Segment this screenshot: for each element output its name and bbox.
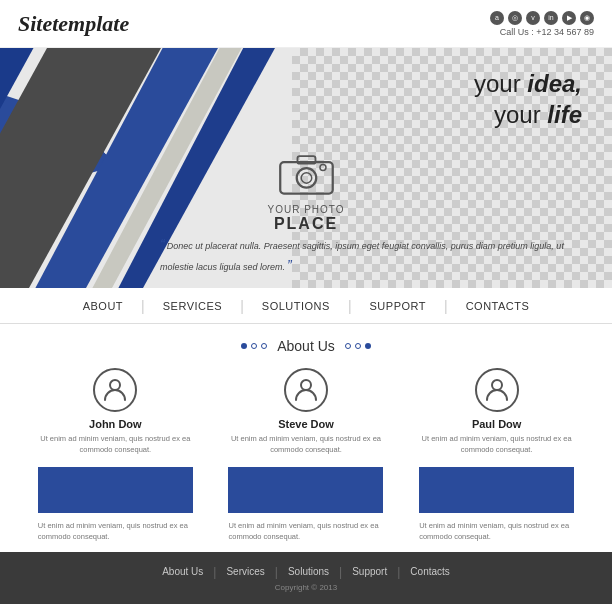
hero-idea: idea,	[527, 70, 582, 97]
person-icon-john	[93, 368, 137, 412]
blue-box-3[interactable]	[419, 467, 574, 513]
dots-right	[345, 343, 371, 349]
header: Sitetemplate a ◎ v in ▶ ◉ Call Us : +12 …	[0, 0, 612, 48]
dot-3	[261, 343, 267, 349]
person-svg-john	[101, 376, 129, 404]
person-icon-paul	[475, 368, 519, 412]
svg-point-2	[301, 173, 312, 184]
team-member-john: John Dow Ut enim ad minim veniam, quis n…	[35, 368, 195, 455]
svg-point-4	[319, 164, 325, 170]
nav-item-services[interactable]: SERVICES	[145, 300, 240, 312]
camera-icon	[276, 148, 336, 198]
hero-section: your idea, your life YOUR PHOTO PLACE Do…	[0, 48, 612, 288]
member-desc-steve: Ut enim ad minim veniam, quis nostrud ex…	[226, 434, 386, 455]
blue-box-2[interactable]	[228, 467, 383, 513]
social-icons: a ◎ v in ▶ ◉	[490, 11, 594, 25]
photo-place: PLACE	[267, 215, 344, 233]
box-desc-1: Ut enim ad minim veniam, quis nostrud ex…	[38, 521, 193, 542]
member-desc-john: Ut enim ad minim veniam, quis nostrud ex…	[35, 434, 195, 455]
social-icon-5[interactable]: ▶	[562, 11, 576, 25]
team-member-steve: Steve Dow Ut enim ad minim veniam, quis …	[226, 368, 386, 455]
box-descriptions: Ut enim ad minim veniam, quis nostrud ex…	[20, 521, 592, 542]
footer-nav-solutions[interactable]: Solutions	[278, 566, 339, 577]
social-icon-4[interactable]: in	[544, 11, 558, 25]
person-svg-paul	[483, 376, 511, 404]
member-desc-paul: Ut enim ad minim veniam, quis nostrud ex…	[417, 434, 577, 455]
social-icon-1[interactable]: a	[490, 11, 504, 25]
logo: Sitetemplate	[18, 11, 129, 37]
camera-area: YOUR PHOTO PLACE	[267, 148, 344, 233]
social-icon-3[interactable]: v	[526, 11, 540, 25]
footer-nav-support[interactable]: Support	[342, 566, 397, 577]
person-icon-steve	[284, 368, 328, 412]
photo-label: YOUR PHOTO	[267, 204, 344, 215]
svg-point-5	[110, 380, 120, 390]
nav-item-contacts[interactable]: CONTACTS	[448, 300, 548, 312]
header-right: a ◎ v in ▶ ◉ Call Us : +12 34 567 89	[490, 11, 594, 37]
about-section: About Us John Dow Ut enim ad minim venia…	[0, 324, 612, 552]
dot-1	[241, 343, 247, 349]
footer-nav-contacts[interactable]: Contacts	[400, 566, 459, 577]
team-grid: John Dow Ut enim ad minim veniam, quis n…	[20, 368, 592, 455]
footer-nav-about[interactable]: About Us	[152, 566, 213, 577]
svg-point-1	[296, 168, 316, 188]
nav-item-solutions[interactable]: SOLUTIONS	[244, 300, 348, 312]
call-label: Call Us : +12 34 567 89	[500, 27, 594, 37]
hero-headline: your idea, your life	[474, 68, 582, 130]
dot-5	[355, 343, 361, 349]
dot-2	[251, 343, 257, 349]
nav-item-support[interactable]: SUPPORT	[352, 300, 444, 312]
box-desc-3: Ut enim ad minim veniam, quis nostrud ex…	[419, 521, 574, 542]
about-title-row: About Us	[20, 338, 592, 354]
footer: About Us | Services | Solutions | Suppor…	[0, 552, 612, 604]
hero-life: life	[547, 101, 582, 128]
about-title-text: About Us	[277, 338, 335, 354]
person-svg-steve	[292, 376, 320, 404]
box-desc-2: Ut enim ad minim veniam, quis nostrud ex…	[228, 521, 383, 542]
dots-left	[241, 343, 267, 349]
hero-quote: Donec ut placerat nulla. Praesent sagitt…	[160, 234, 592, 276]
main-nav: ABOUT | SERVICES | SOLUTIONS | SUPPORT |…	[0, 288, 612, 324]
member-name-steve: Steve Dow	[226, 418, 386, 430]
dot-4	[345, 343, 351, 349]
nav-item-about[interactable]: ABOUT	[65, 300, 141, 312]
team-member-paul: Paul Dow Ut enim ad minim veniam, quis n…	[417, 368, 577, 455]
svg-point-6	[301, 380, 311, 390]
svg-rect-0	[280, 162, 333, 194]
footer-nav: About Us | Services | Solutions | Suppor…	[152, 565, 460, 579]
footer-copyright: Copyright © 2013	[275, 583, 337, 592]
blue-box-1[interactable]	[38, 467, 193, 513]
blue-boxes	[20, 467, 592, 513]
svg-point-7	[492, 380, 502, 390]
social-icon-6[interactable]: ◉	[580, 11, 594, 25]
member-name-paul: Paul Dow	[417, 418, 577, 430]
member-name-john: John Dow	[35, 418, 195, 430]
hero-text: your idea, your life	[474, 68, 582, 130]
footer-nav-services[interactable]: Services	[216, 566, 274, 577]
social-icon-2[interactable]: ◎	[508, 11, 522, 25]
dot-6	[365, 343, 371, 349]
